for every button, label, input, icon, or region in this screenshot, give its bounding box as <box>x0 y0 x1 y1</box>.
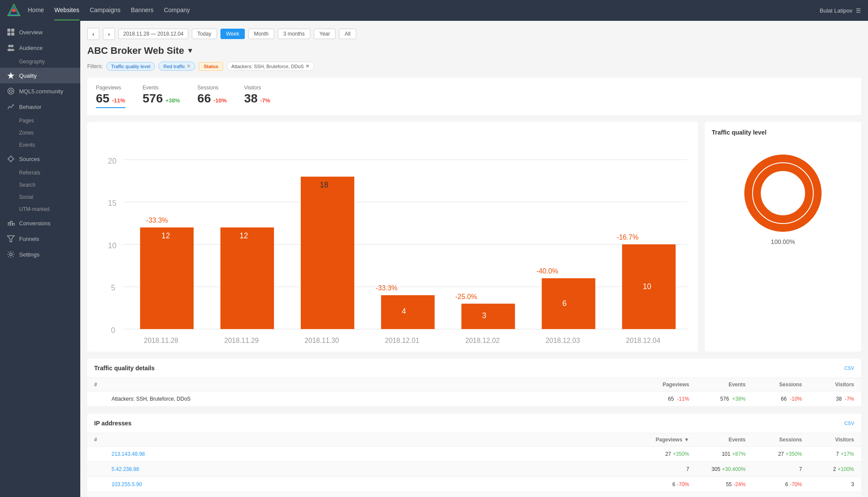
svg-text:12: 12 <box>240 231 248 240</box>
sidebar-item-sources[interactable]: Sources <box>0 151 80 167</box>
filters-label: Filters: <box>87 63 103 69</box>
star-icon <box>7 72 15 79</box>
period-all-button[interactable]: All <box>339 29 356 39</box>
nav-items: Home Websites Campaigns Banners Company <box>28 0 820 20</box>
sidebar-item-quality[interactable]: Quality <box>0 68 80 83</box>
svg-text:2018.12.02: 2018.12.02 <box>465 337 500 344</box>
col-hash: # <box>94 382 112 388</box>
stat-visitors: Visitors 38 -7% <box>244 85 270 108</box>
events-label: Events <box>143 85 180 91</box>
ip-1-ss: 7 <box>754 466 811 472</box>
ip-table: IP addresses CSV # Pageviews ▼ Events Se… <box>87 414 861 497</box>
funnels-icon <box>7 235 15 243</box>
svg-text:3: 3 <box>482 311 487 320</box>
traffic-quality-table: Traffic quality details CSV # Pageviews … <box>87 359 861 407</box>
filters-bar: Filters: Traffic quality level Red traff… <box>87 62 861 71</box>
main-content: ‹ › 2018.11.28 — 2018.12.04 Today Week M… <box>80 21 868 497</box>
bar-5 <box>461 304 515 329</box>
svg-point-13 <box>9 157 13 161</box>
filter-status-badge: Status <box>199 62 223 71</box>
ip-row-0: 213.143.48.98 27+350% 101+87% 27+350% 7+… <box>87 447 861 462</box>
stat-events: Events 576 +38% <box>143 85 180 108</box>
svg-rect-3 <box>7 29 10 32</box>
sidebar-item-events[interactable]: Events <box>19 139 80 151</box>
nav-banners[interactable]: Banners <box>131 0 154 20</box>
ip-1-ev: 305+30.400% <box>698 466 754 472</box>
traffic-row-name: Attackers: SSH, Bruteforce, DDoS <box>112 396 637 402</box>
sidebar-item-geography[interactable]: Geography <box>19 56 80 68</box>
sidebar-item-referrals[interactable]: Referrals <box>19 167 80 179</box>
quality-label: Quality <box>19 72 36 79</box>
svg-text:2018.11.29: 2018.11.29 <box>224 337 259 344</box>
ip-table-title: IP addresses <box>94 420 132 427</box>
logo-icon[interactable] <box>7 3 21 17</box>
traffic-ss: 66 -10% <box>754 396 811 402</box>
nav-websites[interactable]: Websites <box>54 0 79 20</box>
svg-text:18: 18 <box>320 181 329 189</box>
nav-company[interactable]: Company <box>164 0 190 20</box>
sidebar-item-audience[interactable]: Audience <box>0 40 80 56</box>
svg-text:4: 4 <box>402 307 406 316</box>
ip-0-addr[interactable]: 213.143.48.98 <box>112 451 637 457</box>
svg-text:2018.12.03: 2018.12.03 <box>546 337 580 344</box>
visitors-value: 38 <box>244 92 257 105</box>
svg-point-2 <box>12 9 16 12</box>
sidebar-item-pages[interactable]: Pages <box>19 115 80 127</box>
sidebar-item-behavior[interactable]: Behavior <box>0 99 80 115</box>
ip-2-addr[interactable]: 103.255.5.90 <box>112 481 637 487</box>
sidebar-item-utm[interactable]: UTM-marked <box>19 203 80 215</box>
prev-period-button[interactable]: ‹ <box>87 28 99 40</box>
svg-rect-5 <box>7 33 10 36</box>
events-value: 576 <box>143 92 163 105</box>
bar-6 <box>542 278 595 329</box>
filter-tag-redtraffic[interactable]: Red traffic ✕ <box>158 62 195 71</box>
sidebar-item-overview[interactable]: Overview <box>0 24 80 40</box>
ip-csv-link[interactable]: CSV <box>844 421 854 426</box>
app-layout: Overview Audience Geography Quality MQL5… <box>0 21 868 497</box>
sidebar-item-settings[interactable]: Settings <box>0 247 80 262</box>
dropdown-icon[interactable]: ▼ <box>187 47 194 55</box>
filter-tag-quality[interactable]: Traffic quality level <box>106 62 155 71</box>
col-pageviews-header: Pageviews <box>637 382 698 388</box>
ip-1-pv: 7 <box>637 466 698 472</box>
svg-text:0: 0 <box>111 326 115 335</box>
ip-col-ev: Events <box>698 437 754 443</box>
svg-text:-25.0%: -25.0% <box>455 293 477 300</box>
period-today-button[interactable]: Today <box>192 29 217 39</box>
sort-arrow-icon: ▼ <box>684 437 689 443</box>
filter-tag-attackers[interactable]: Attackers: SSH, Bruteforce, DDoS ✕ <box>227 62 314 71</box>
svg-text:2018.12.01: 2018.12.01 <box>385 337 420 344</box>
settings-label: Settings <box>19 251 39 258</box>
sidebar-item-zones[interactable]: Zones <box>19 127 80 139</box>
traffic-vs: 38 -7% <box>811 396 854 402</box>
nav-campaigns[interactable]: Campaigns <box>90 0 121 20</box>
remove-redtraffic-filter[interactable]: ✕ <box>187 63 191 69</box>
nav-home[interactable]: Home <box>28 0 44 20</box>
period-week-button[interactable]: Week <box>220 29 245 39</box>
sidebar-item-search[interactable]: Search <box>19 179 80 191</box>
donut-percentage: 100.00% <box>771 238 795 245</box>
period-month-button[interactable]: Month <box>248 29 274 39</box>
sidebar-sub-pages: Pages Zones Events <box>0 115 80 151</box>
ip-1-addr[interactable]: 5.42.238.98 <box>112 466 637 472</box>
ip-col-vs: Visitors <box>811 437 854 443</box>
col-events-header: Events <box>698 382 754 388</box>
username: Bulat Latipov <box>820 7 852 14</box>
chart-donut-grid: 0 5 10 15 20 -33.3% 12 2018.11.28 <box>87 122 861 352</box>
ip-0-pv: 27+350% <box>637 451 698 457</box>
pageviews-value: 65 <box>96 92 109 105</box>
ip-row-3: 43.250.158.219 3-50% 7-22% 3-40% 1-75% <box>87 492 861 497</box>
period-year-button[interactable]: Year <box>314 29 335 39</box>
traffic-table-header: Traffic quality details CSV <box>87 359 861 378</box>
sidebar-item-funnels[interactable]: Funnels <box>0 231 80 247</box>
svg-rect-6 <box>11 33 14 36</box>
period-3months-button[interactable]: 3 months <box>278 29 310 39</box>
next-period-button[interactable]: › <box>103 28 115 40</box>
date-range-display: 2018.11.28 — 2018.12.04 <box>118 29 188 39</box>
sidebar-item-conversions[interactable]: Conversions <box>0 215 80 231</box>
remove-attackers-filter[interactable]: ✕ <box>306 63 309 69</box>
user-menu[interactable]: Bulat Latipov ☰ <box>820 7 861 14</box>
sidebar-item-social[interactable]: Social <box>19 191 80 203</box>
sidebar-item-mql5[interactable]: MQL5.community <box>0 83 80 99</box>
traffic-csv-link[interactable]: CSV <box>844 365 854 371</box>
